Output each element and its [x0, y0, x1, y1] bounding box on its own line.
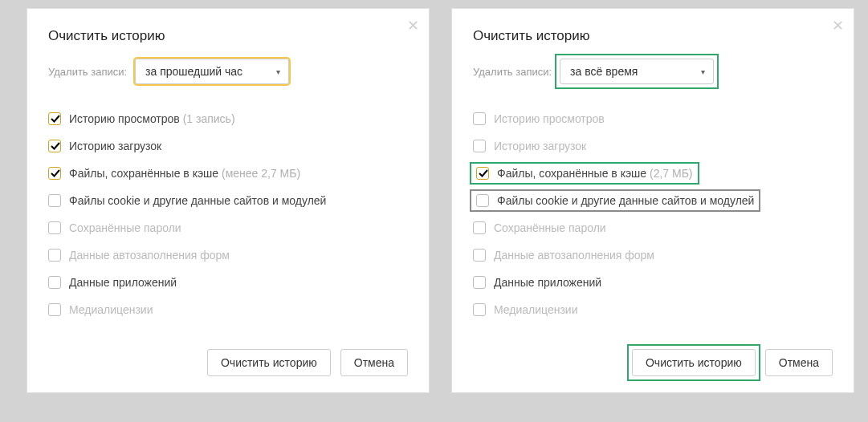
checkbox-icon[interactable]	[476, 194, 489, 207]
option-label: Историю загрузок	[69, 140, 161, 152]
cancel-button[interactable]: Отмена	[765, 349, 833, 376]
checkbox-checked-icon[interactable]	[48, 167, 61, 180]
cancel-button[interactable]: Отмена	[340, 349, 408, 376]
option-label: Файлы cookie и другие данные сайтов и мо…	[497, 194, 754, 207]
option-label: Сохранённые пароли	[69, 221, 181, 234]
checkbox-icon[interactable]	[48, 276, 61, 289]
clear-history-dialog-step2: ✕ Очистить историю Удалить записи: за вс…	[451, 8, 854, 393]
option-label: Медиалицензии	[69, 303, 153, 316]
time-range-label: Удалить записи:	[48, 66, 127, 78]
chevron-down-icon: ▾	[701, 67, 705, 76]
option-label: Данные автозаполнения форм	[69, 249, 230, 262]
option-cache[interactable]: Файлы, сохранённые в кэше (2,7 МБ)	[473, 160, 833, 187]
checkbox-checked-icon[interactable]	[48, 112, 61, 125]
dialog-title: Очистить историю	[48, 28, 408, 44]
option-label: Данные автозаполнения форм	[494, 249, 654, 262]
option-media[interactable]: Медиалицензии	[48, 296, 408, 323]
time-range-value: за прошедший час	[145, 65, 242, 78]
checkbox-icon[interactable]	[48, 221, 61, 234]
option-label: Сохранённые пароли	[494, 221, 606, 234]
option-label: Файлы, сохранённые в кэше (2,7 МБ)	[497, 167, 693, 180]
dialog-title: Очистить историю	[473, 28, 833, 44]
checkbox-checked-icon[interactable]	[48, 140, 61, 152]
option-browsing[interactable]: Историю просмотров (1 запись)	[48, 105, 408, 132]
close-icon[interactable]: ✕	[406, 17, 419, 30]
option-downloads[interactable]: Историю загрузок	[473, 132, 833, 160]
chevron-down-icon: ▾	[276, 67, 280, 76]
option-downloads[interactable]: Историю загрузок	[48, 132, 408, 160]
time-range-row: Удалить записи: за прошедший час ▾	[48, 59, 408, 84]
option-label: Данные приложений	[69, 276, 177, 289]
time-range-select[interactable]: за прошедший час ▾	[135, 59, 289, 84]
checkbox-icon[interactable]	[473, 276, 486, 289]
option-label: Файлы cookie и другие данные сайтов и мо…	[69, 194, 326, 207]
checkbox-icon[interactable]	[473, 140, 486, 152]
clear-history-dialog-step1: ✕ Очистить историю Удалить записи: за пр…	[26, 8, 430, 393]
time-range-value: за всё время	[570, 65, 638, 78]
checkbox-icon[interactable]	[473, 221, 486, 234]
option-label: Историю просмотров (1 запись)	[69, 112, 235, 125]
checkbox-icon[interactable]	[48, 303, 61, 316]
option-passwords[interactable]: Сохранённые пароли	[473, 214, 833, 241]
checkbox-icon[interactable]	[473, 249, 486, 262]
checkbox-icon[interactable]	[473, 303, 486, 316]
option-autofill[interactable]: Данные автозаполнения форм	[473, 241, 833, 269]
clear-history-button[interactable]: Очистить историю	[207, 349, 331, 376]
option-label: Данные приложений	[494, 276, 601, 289]
option-cookies[interactable]: Файлы cookie и другие данные сайтов и мо…	[48, 187, 408, 214]
option-label: Файлы, сохранённые в кэше (менее 2,7 МБ)	[69, 167, 300, 180]
checkbox-icon[interactable]	[48, 194, 61, 207]
option-apps[interactable]: Данные приложений	[473, 269, 833, 296]
time-range-label: Удалить записи:	[473, 66, 552, 78]
checkbox-icon[interactable]	[48, 249, 61, 262]
option-apps[interactable]: Данные приложений	[48, 269, 408, 296]
option-passwords[interactable]: Сохранённые пароли	[48, 214, 408, 241]
option-cookies[interactable]: Файлы cookie и другие данные сайтов и мо…	[473, 187, 833, 214]
time-range-row: Удалить записи: за всё время ▾	[473, 59, 833, 84]
time-range-select[interactable]: за всё время ▾	[560, 59, 714, 84]
option-cache[interactable]: Файлы, сохранённые в кэше (менее 2,7 МБ)	[48, 160, 408, 187]
checkbox-icon[interactable]	[473, 112, 486, 125]
option-label: Медиалицензии	[494, 303, 578, 316]
option-autofill[interactable]: Данные автозаполнения форм	[48, 241, 408, 269]
checkbox-checked-icon[interactable]	[476, 167, 489, 180]
clear-history-button[interactable]: Очистить историю	[632, 349, 756, 376]
option-label: Историю просмотров	[494, 112, 605, 125]
option-media[interactable]: Медиалицензии	[473, 296, 833, 323]
option-browsing[interactable]: Историю просмотров	[473, 105, 833, 132]
option-label: Историю загрузок	[494, 140, 586, 152]
close-icon[interactable]: ✕	[831, 17, 844, 30]
